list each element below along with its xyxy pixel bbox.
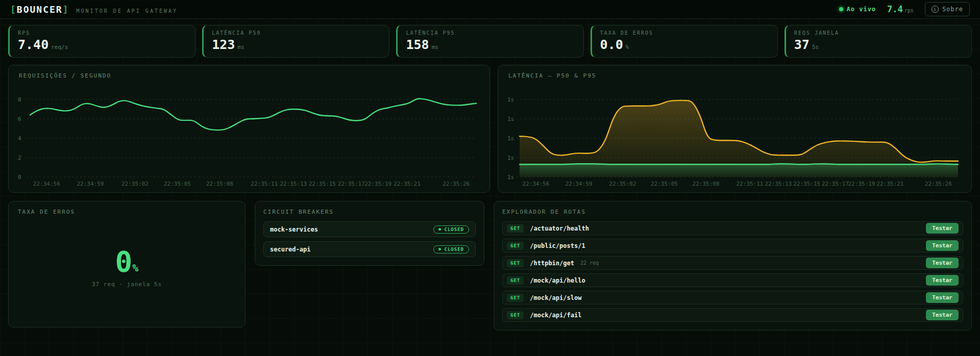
svg-text:22:34:56: 22:34:56 [33, 181, 60, 187]
method-badge: GET [507, 259, 524, 267]
stat-label: RPS [18, 30, 187, 36]
route-path: /mock/api/hello [530, 277, 585, 284]
charts-row: REQUISIÇÕES / SEGUNDO 8642022:34:5622:34… [8, 65, 972, 193]
svg-text:22:35:11: 22:35:11 [251, 181, 278, 187]
stat-unit: % [626, 44, 629, 50]
status-dot-icon [438, 228, 441, 231]
logo-bracket-left: [ [10, 4, 17, 15]
stat-card: TAXA DE ERROS 0.0 % [591, 25, 778, 58]
error-rate-panel: TAXA DE ERROS 0 % 37 req · janela 5s [8, 201, 246, 327]
route-path: /public/posts/1 [530, 242, 585, 249]
svg-text:1s: 1s [507, 135, 514, 142]
svg-text:22:35:19: 22:35:19 [848, 181, 875, 187]
header-rps: 7.4 rps [887, 4, 914, 14]
method-badge: GET [507, 311, 524, 319]
error-rate-value: 0 [115, 247, 133, 276]
method-badge: GET [507, 294, 524, 302]
breaker-status-badge: CLOSED [433, 245, 469, 253]
live-label: Ao vivo [847, 6, 876, 13]
test-route-button[interactable]: Testar [926, 275, 959, 286]
breaker-row: secured-api CLOSED [263, 241, 476, 257]
svg-text:22:34:56: 22:34:56 [522, 181, 549, 187]
svg-text:0: 0 [18, 174, 21, 181]
method-badge: GET [507, 242, 524, 250]
latency-chart-title: LATÊNCIA — P50 & P95 [508, 72, 964, 79]
app-subtitle: MONITOR DE API GATEWAY [77, 8, 178, 14]
route-request-count: 22 req [580, 260, 599, 266]
stat-unit: 5s [812, 44, 819, 50]
svg-text:22:35:19: 22:35:19 [364, 181, 391, 187]
rps-chart-card: REQUISIÇÕES / SEGUNDO 8642022:34:5622:34… [8, 65, 490, 193]
stat-unit: ms [237, 44, 244, 50]
live-status: Ao vivo [839, 6, 876, 13]
stat-unit: req/s [51, 44, 68, 50]
svg-text:22:35:21: 22:35:21 [394, 181, 421, 187]
stat-value: 123 [212, 37, 235, 52]
svg-text:22:35:26: 22:35:26 [925, 181, 952, 187]
test-route-button[interactable]: Testar [926, 240, 959, 251]
stats-row: RPS 7.40 req/s LATÊNCIA P50 123 ms LATÊN… [8, 25, 972, 58]
error-panel-title: TAXA DE ERROS [18, 209, 236, 215]
error-rate-unit: % [132, 262, 138, 274]
breakers-list: mock-services CLOSED secured-api CLOSED [263, 221, 476, 257]
svg-text:22:35:17: 22:35:17 [822, 181, 849, 187]
circuit-breakers-panel: CIRCUIT BREAKERS mock-services CLOSED se… [255, 201, 484, 266]
about-button[interactable]: i Sobre [925, 2, 970, 16]
route-path: /mock/api/fail [530, 312, 581, 319]
rps-chart: 8642022:34:5622:34:5922:35:0222:35:0522:… [16, 82, 482, 188]
svg-text:22:35:26: 22:35:26 [443, 181, 470, 187]
rps-chart-title: REQUISIÇÕES / SEGUNDO [19, 72, 482, 79]
stat-value: 7.40 [18, 37, 48, 52]
svg-text:22:35:17: 22:35:17 [338, 181, 365, 187]
svg-text:22:35:13: 22:35:13 [280, 181, 307, 187]
svg-text:22:35:02: 22:35:02 [121, 181, 149, 187]
stat-value: 158 [406, 37, 429, 52]
method-badge: GET [507, 224, 524, 233]
svg-text:8: 8 [18, 96, 21, 103]
svg-text:1s: 1s [507, 155, 514, 161]
svg-text:22:35:05: 22:35:05 [651, 181, 678, 187]
header-rps-unit: rps [904, 8, 914, 13]
stat-value: 37 [794, 37, 810, 52]
circuit-breakers-title: CIRCUIT BREAKERS [263, 209, 476, 215]
stat-card: REQS JANELA 37 5s [785, 25, 972, 58]
stat-unit: ms [432, 44, 438, 50]
test-route-button[interactable]: Testar [926, 292, 959, 303]
breaker-name: secured-api [270, 246, 310, 253]
route-row: GET /mock/api/slow Testar [502, 291, 963, 304]
info-icon: i [932, 6, 939, 13]
svg-text:22:34:59: 22:34:59 [77, 181, 104, 187]
svg-text:22:34:59: 22:34:59 [565, 181, 592, 187]
test-route-button[interactable]: Testar [926, 310, 959, 320]
stat-label: REQS JANELA [794, 30, 963, 36]
breaker-status-label: CLOSED [444, 247, 464, 252]
stat-value: 0.0 [600, 37, 623, 52]
latency-chart: 1s1s1s1s1s22:34:5622:34:5922:35:0222:35:… [505, 82, 964, 188]
svg-text:1s: 1s [507, 174, 514, 181]
svg-text:22:35:08: 22:35:08 [693, 181, 720, 187]
route-path: /httpbin/get [530, 260, 574, 267]
route-row: GET /mock/api/fail Testar [502, 308, 963, 322]
svg-text:22:35:15: 22:35:15 [309, 181, 336, 187]
svg-text:1s: 1s [507, 116, 514, 122]
svg-text:2: 2 [18, 155, 21, 161]
svg-text:22:35:13: 22:35:13 [765, 181, 792, 187]
about-button-label: Sobre [942, 6, 963, 13]
svg-text:22:35:05: 22:35:05 [164, 181, 191, 187]
live-dot-icon [839, 7, 843, 11]
routes-explorer-title: EXPLORADOR DE ROTAS [502, 209, 963, 215]
route-path: /mock/api/slow [530, 294, 581, 301]
routes-explorer-panel: EXPLORADOR DE ROTAS GET /actuator/health… [494, 201, 972, 330]
stat-card: LATÊNCIA P50 123 ms [202, 25, 389, 58]
app-header: [BOUNCER] MONITOR DE API GATEWAY Ao vivo… [0, 0, 980, 19]
test-route-button[interactable]: Testar [926, 223, 959, 234]
test-route-button[interactable]: Testar [926, 258, 959, 268]
route-row: GET /public/posts/1 Testar [502, 239, 963, 252]
error-rate-caption: 37 req · janela 5s [92, 281, 162, 288]
latency-chart-card: LATÊNCIA — P50 & P95 1s1s1s1s1s22:34:562… [498, 65, 972, 193]
route-row: GET /httpbin/get 22 req Testar [502, 256, 963, 270]
svg-text:22:35:21: 22:35:21 [876, 181, 903, 187]
status-dot-icon [438, 248, 441, 250]
stat-card: RPS 7.40 req/s [8, 25, 195, 58]
breaker-status-label: CLOSED [444, 227, 464, 232]
